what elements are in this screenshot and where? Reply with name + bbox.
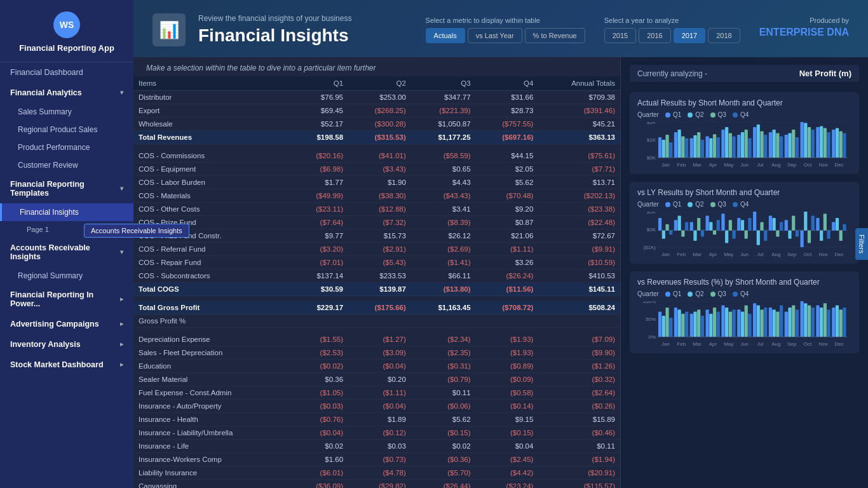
cell-value: ($0.76) (292, 413, 348, 426)
chart2-area: $1K$0K($1K)JanFebMarAprMayJunJulAugSepOc… (637, 212, 851, 257)
table-row[interactable]: Education($0.02)($0.04)($0.31)($0.89)($1… (133, 360, 620, 373)
table-row[interactable]: Total Gross Profit$229.17($175.66)$1,163… (133, 301, 620, 315)
chevron-right-icon: ▸ (120, 361, 123, 368)
year-2017-btn[interactable]: 2017 (674, 28, 705, 43)
header-text: Review the financial insights of your bu… (198, 14, 351, 46)
col-q1: Q1 (292, 76, 348, 91)
svg-rect-81 (681, 231, 684, 237)
table-row[interactable]: Depreciation Expense($1.55)($1.27)($2.34… (133, 333, 620, 346)
table-row[interactable]: Insurance - Life$0.02$0.03$0.02$0.04$0.1… (133, 440, 620, 453)
cell-value: $410.53 (538, 269, 620, 283)
svg-text:Mar: Mar (693, 252, 702, 257)
sidebar-sub-regional-product-sales[interactable]: Regional Product Sales (0, 121, 133, 139)
year-2018-btn[interactable]: 2018 (708, 28, 740, 43)
table-row[interactable]: Canvassing($36.09)($29.82)($26.44)($23.2… (133, 480, 620, 489)
table-row[interactable]: Insurance - Health($0.76)$1.89$5.62$9.15… (133, 413, 620, 426)
chart3-legend: Quarter Q1 Q2 Q3 Q4 (637, 290, 851, 297)
table-row[interactable]: Insurance - Liability/Umbrella($0.04)($0… (133, 426, 620, 440)
cell-value: ($2.34) (411, 333, 476, 346)
sidebar-sub-customer-review[interactable]: Customer Review (0, 156, 133, 174)
cell-value: ($23.11) (292, 203, 348, 216)
produced-by: Produced by ENTERPRISE DNA (759, 17, 849, 38)
table-row[interactable]: COS - Equipment($6.98)($3.43)$0.65$2.05(… (133, 163, 620, 176)
sidebar-item-financial-dashboard[interactable]: Financial Dashboard (0, 62, 133, 83)
svg-rect-163 (729, 311, 732, 337)
chart-svg: $2K$1K$0KJanFebMarAprMayJunJulAugSepOctN… (637, 122, 847, 168)
cell-item: Distributor (133, 91, 292, 104)
cell-value: ($22.48) (538, 216, 620, 229)
sidebar-sub-product-performance[interactable]: Product Performance (0, 139, 133, 156)
table-row[interactable]: COS - Repair Fund($7.01)($5.43)($1.41)$3… (133, 256, 620, 269)
table-row[interactable]: Export$69.45($268.25)($221.39)$28.73($39… (133, 104, 620, 118)
filter-tab[interactable]: Filters (855, 228, 868, 260)
table-row[interactable]: COS - Other Costs($23.11)($12.88)$3.41$9… (133, 203, 620, 216)
table-row[interactable]: Sales - Fleet Depreciation($2.53)($3.09)… (133, 346, 620, 360)
table-row[interactable]: COS - Prize Fund Constr.$9.77$15.73$26.1… (133, 229, 620, 243)
table-row[interactable]: Insurance-Workers Comp$1.60($0.73)($0.36… (133, 453, 620, 466)
svg-text:Feb: Feb (677, 162, 686, 168)
sidebar-item-financial-analytics[interactable]: Financial Analytics ▾ (0, 83, 133, 103)
cell-item: Liability Insurance (133, 466, 292, 480)
cell-value: ($0.31) (411, 360, 476, 373)
svg-rect-178 (776, 311, 779, 337)
svg-text:Nov: Nov (819, 162, 828, 168)
table-row[interactable]: Sealer Material$0.36$0.20($0.79)($0.09)(… (133, 373, 620, 386)
table-row[interactable]: COS - Labor Burden$1.77$1.90$4.43$5.62$1… (133, 176, 620, 189)
sidebar-item-stock-market-dashboard[interactable]: Stock Market Dashboard ▸ (0, 355, 133, 375)
table-row[interactable]: COS - Referral Fund($3.20)($2.91)($2.69)… (133, 243, 620, 256)
cell-value: $363.13 (538, 131, 620, 144)
cell-value: ($0.02) (292, 360, 348, 373)
brand-name: ENTERPRISE DNA (759, 27, 849, 38)
sidebar-item-inventory-analysis[interactable]: Inventory Analysis ▸ (0, 334, 133, 355)
cell-item: Wholesale (133, 118, 292, 131)
svg-rect-193 (824, 303, 827, 337)
header-banner: 📊 Review the financial insights of your … (133, 0, 868, 57)
svg-rect-148 (681, 314, 684, 337)
cell-value (348, 315, 411, 328)
svg-rect-33 (741, 132, 744, 158)
svg-rect-22 (706, 136, 709, 158)
table-row[interactable]: Distributor$76.95$253.00$347.77$31.66$70… (133, 91, 620, 104)
svg-rect-176 (769, 308, 772, 337)
svg-rect-153 (697, 309, 700, 337)
sidebar-item-accounts-receivable-insights[interactable]: Accounts Receivable Insights ▾ (0, 238, 133, 267)
svg-rect-183 (792, 306, 795, 337)
financial-icon: 📊 (159, 20, 179, 40)
table-row[interactable]: Total COGS$30.59$139.87($13.80)($11.56)$… (133, 283, 620, 296)
sidebar-sub-sales-summary[interactable]: Sales Summary (0, 103, 133, 121)
year-2016-btn[interactable]: 2016 (639, 28, 670, 43)
sidebar-item-financial-reporting-in-power[interactable]: Financial Reporting In Power... ▸ (0, 285, 133, 314)
table-row[interactable]: COS - Materials($49.99)($38.30)($43.43)(… (133, 189, 620, 203)
table-row[interactable]: Liability Insurance($6.01)($4.78)($5.70)… (133, 466, 620, 480)
metric-pct-revenue-btn[interactable]: % to Revenue (525, 28, 585, 43)
svg-rect-152 (693, 311, 696, 337)
cell-item: COS - Other Costs (133, 203, 292, 216)
cell-value: $5.62 (476, 176, 539, 189)
table-subtitle: Make a selection within the table to div… (133, 57, 620, 76)
svg-rect-82 (685, 222, 688, 230)
svg-rect-131 (839, 231, 843, 241)
cell-value: $1.90 (348, 176, 411, 189)
table-row[interactable]: Fuel Expense - Const.Admin($1.05)($1.11)… (133, 386, 620, 400)
sidebar-sub-financial-insights[interactable]: Financial Insights (0, 203, 133, 221)
svg-rect-126 (824, 214, 827, 230)
sidebar: WS Financial Reporting App Financial Das… (0, 0, 133, 488)
svg-rect-48 (788, 133, 791, 158)
svg-rect-159 (717, 311, 720, 337)
sidebar-item-financial-reporting-templates[interactable]: Financial Reporting Templates ▾ (0, 174, 133, 203)
sidebar-item-advertising-campaigns[interactable]: Advertising Campaigns ▸ (0, 314, 133, 334)
table-row[interactable]: Wholesale$52.17($300.28)$1,050.87($757.5… (133, 118, 620, 131)
table-row[interactable]: Insurance - Auto/Property($0.03)($0.04)(… (133, 400, 620, 413)
sidebar-sub-regional-summary[interactable]: Regional Summary (0, 267, 133, 285)
table-row[interactable]: COS - Prize Fund($7.64)($7.32)($8.39)$0.… (133, 216, 620, 229)
table-row[interactable]: COS - Subcontractors$137.14$233.53$66.11… (133, 269, 620, 283)
metric-actuals-btn[interactable]: Actuals (426, 28, 465, 43)
table-row[interactable]: Gross Profit % (133, 315, 620, 328)
chevron-down-icon: ▾ (120, 89, 123, 96)
table-row[interactable]: COS - Commissions($20.16)($41.01)($58.59… (133, 149, 620, 163)
year-2015-btn[interactable]: 2015 (604, 28, 636, 43)
metric-vs-last-year-btn[interactable]: vs Last Year (468, 28, 522, 43)
cell-item: COS - Commissions (133, 149, 292, 163)
chart2-legend: Quarter Q1 Q2 Q3 Q4 (637, 201, 851, 208)
table-row[interactable]: Total Revenues$198.58($315.53)$1,177.25(… (133, 131, 620, 144)
